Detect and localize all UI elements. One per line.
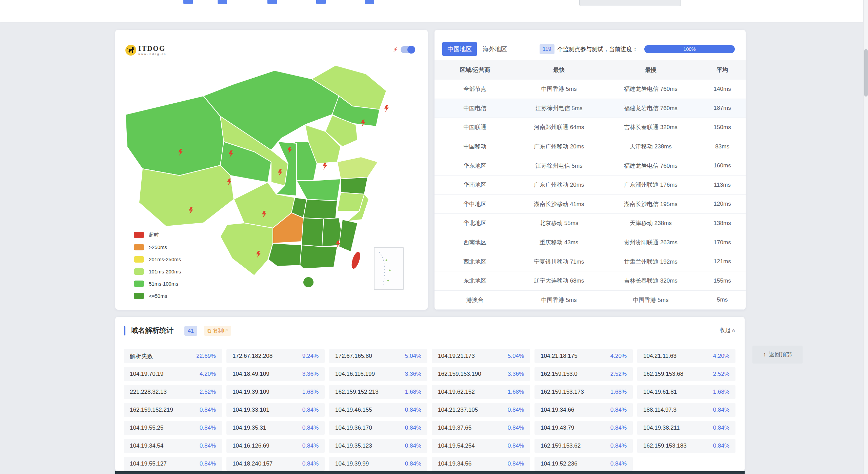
ip-address: 104.19.54.254 — [438, 442, 475, 449]
top-nav-bar — [0, 0, 868, 22]
ip-address: 104.19.34.56 — [438, 460, 471, 467]
ip-percentage: 22.69% — [196, 353, 216, 359]
average-cell: 160ms — [699, 162, 746, 169]
column-header-fastest: 最快 — [516, 66, 603, 74]
fastest-cell: 广东广州移动 20ms — [516, 143, 603, 150]
ip-stat-cell: 104.21.11.634.20% — [637, 349, 735, 363]
itdog-logo: ITDOG www.itdog.cn — [125, 45, 166, 56]
ip-percentage: 2.52% — [200, 389, 216, 395]
ip-percentage: 1.68% — [405, 389, 421, 395]
ip-percentage: 0.84% — [302, 425, 319, 431]
ip-percentage: 3.36% — [405, 371, 421, 377]
slowest-cell: 湖南长沙电信 195ms — [603, 200, 699, 208]
ip-address: 104.21.11.63 — [643, 353, 677, 359]
region-cell: 港澳台 — [435, 296, 516, 304]
slowest-cell: 天津移动 238ms — [603, 143, 699, 150]
ip-percentage: 0.84% — [610, 407, 627, 413]
ip-stat-cell: 162.159.153.682.52% — [637, 367, 735, 381]
nav-button-fragment[interactable] — [316, 0, 326, 4]
ip-percentage: 4.20% — [713, 353, 729, 359]
ip-stat-cell: 104.19.54.2540.84% — [432, 439, 530, 453]
tab-overseas-region[interactable]: 海外地区 — [483, 42, 507, 56]
scrollbar-thumb[interactable] — [864, 49, 868, 97]
ip-stat-cell: 162.159.153.02.52% — [534, 367, 633, 381]
average-cell: 83ms — [699, 143, 746, 150]
ip-percentage: 0.84% — [508, 425, 524, 431]
ip-stat-cell: 104.19.70.194.20% — [124, 367, 222, 381]
average-cell: 140ms — [699, 86, 746, 92]
ip-stat-cell: 104.21.237.1050.84% — [432, 403, 530, 417]
ip-stat-cell: 104.19.62.1521.68% — [432, 385, 530, 399]
ip-percentage: 0.84% — [302, 442, 319, 449]
ip-stat-cell: 104.19.61.811.68% — [637, 385, 735, 399]
slowest-cell: 福建龙岩电信 760ms — [603, 162, 699, 170]
nav-button-fragment[interactable] — [218, 0, 227, 4]
nav-button-fragment[interactable] — [365, 0, 374, 4]
collapse-button[interactable]: 收起 « — [720, 327, 735, 334]
region-cell: 中国联通 — [435, 123, 516, 131]
ip-percentage: 0.84% — [610, 425, 627, 431]
slowest-cell: 中国香港 5ms — [603, 296, 699, 304]
tab-china-region[interactable]: 中国地区 — [442, 42, 477, 56]
region-cell: 中国电信 — [435, 104, 516, 112]
ip-percentage: 0.84% — [405, 407, 421, 413]
logo-dog-icon — [125, 45, 136, 56]
ip-stat-cell: 104.16.126.690.84% — [226, 439, 325, 453]
ip-address: 104.21.237.105 — [438, 407, 478, 413]
fastest-cell: 辽宁大连移动 68ms — [516, 277, 603, 285]
result-row: 华北地区北京移动 55ms天津移动 238ms138ms — [435, 214, 746, 233]
back-to-top-button[interactable]: ↑ 返回顶部 — [752, 346, 803, 364]
slowest-cell: 贵州贵阳联通 263ms — [603, 239, 699, 246]
ip-address: 172.67.165.80 — [335, 353, 372, 359]
result-row: 东北地区辽宁大连移动 68ms吉林长春联通 320ms155ms — [435, 271, 746, 291]
ip-percentage: 0.84% — [405, 442, 421, 449]
ip-address: 104.19.39.99 — [335, 460, 369, 467]
copy-icon: ⧉ — [207, 328, 211, 334]
fastest-cell: 宁夏银川移动 71ms — [516, 258, 603, 266]
ip-percentage: 0.84% — [610, 460, 627, 467]
region-cell: 东北地区 — [435, 277, 516, 285]
legend-label: >250ms — [149, 244, 167, 250]
ping-result-card: 中国地区 海外地区 119 个监测点参与测试，当前进度： 100% 区域/运营商… — [435, 30, 746, 310]
average-cell: 138ms — [699, 220, 746, 227]
ip-stat-cell: 104.19.35.310.84% — [226, 421, 325, 435]
ip-address: 162.159.153.68 — [643, 371, 683, 377]
ip-stat-cell: 104.19.34.660.84% — [534, 403, 633, 417]
monitor-count-badge: 119 — [540, 44, 554, 54]
result-row: 华中地区湖南长沙移动 41ms湖南长沙电信 195ms120ms — [435, 195, 746, 214]
ip-percentage: 0.84% — [302, 407, 319, 413]
ip-address: 解析失败 — [130, 352, 153, 360]
ip-stat-cell: 104.19.39.990.84% — [329, 457, 427, 471]
result-row: 西南地区重庆移动 43ms贵州贵阳联通 263ms170ms — [435, 233, 746, 252]
ip-percentage: 4.20% — [610, 353, 627, 359]
nav-input-fragment[interactable] — [579, 0, 681, 6]
column-header-region: 区域/运营商 — [435, 66, 516, 74]
ip-address: 104.21.18.175 — [541, 353, 578, 359]
legend-label: 超时 — [149, 232, 159, 238]
ip-stat-cell: 104.19.35.1230.84% — [329, 439, 427, 453]
page-scrollbar[interactable] — [863, 0, 868, 474]
result-row: 中国电信江苏徐州电信 5ms福建龙岩电信 760ms187ms — [435, 99, 746, 118]
legend-item: 超时 — [134, 230, 181, 239]
ip-address: 104.19.52.236 — [541, 460, 578, 467]
average-cell: 120ms — [699, 201, 746, 207]
ip-percentage: 0.84% — [405, 460, 421, 467]
map-mode-toggle[interactable] — [401, 46, 415, 53]
dns-stats-card: 域名解析统计 41 ⧉ 复制IP 收起 « 解析失败22.69%172.67.1… — [115, 317, 745, 471]
ip-stat-cell: 104.21.18.1754.20% — [534, 349, 633, 363]
ip-address: 104.19.55.25 — [130, 425, 163, 431]
ip-address: 104.19.34.66 — [541, 407, 574, 413]
ip-stat-cell: 162.159.153.1731.68% — [534, 385, 633, 399]
nav-button-fragment[interactable] — [183, 0, 193, 4]
legend-item: 201ms-250ms — [134, 255, 181, 264]
ip-address: 104.19.38.211 — [643, 425, 680, 431]
ip-stat-cell: 104.19.33.1010.84% — [226, 403, 325, 417]
ip-percentage: 0.84% — [200, 442, 216, 449]
copy-ip-button[interactable]: ⧉ 复制IP — [204, 326, 231, 336]
nav-button-fragment[interactable] — [267, 0, 277, 4]
ip-stat-cell: 104.19.39.1091.68% — [226, 385, 325, 399]
ip-address: 104.18.49.109 — [233, 371, 269, 377]
region-cell: 华北地区 — [435, 219, 516, 227]
ip-address: 104.19.39.109 — [233, 389, 269, 395]
legend-label: 51ms-100ms — [149, 281, 178, 287]
